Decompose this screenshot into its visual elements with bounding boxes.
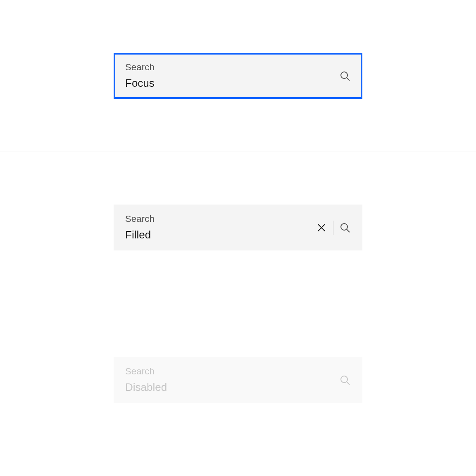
clear-icon[interactable] [312,218,331,238]
search-field-disabled: Search Disabled [114,357,362,403]
search-value: Focus [125,77,351,90]
search-icon[interactable] [335,218,355,238]
svg-line-7 [347,382,350,385]
svg-line-1 [347,78,350,81]
search-icon [335,370,355,390]
svg-point-6 [341,376,347,383]
search-field-focus[interactable]: Search Focus [114,53,362,99]
search-label: Search [125,366,351,377]
icon-divider [333,221,333,235]
search-label: Search [125,62,351,73]
search-icon[interactable] [335,66,355,86]
search-value: Disabled [125,381,351,394]
svg-point-4 [341,224,347,230]
svg-line-5 [347,229,350,232]
search-field-filled[interactable]: Search Filled [114,205,362,251]
svg-point-0 [341,72,347,79]
